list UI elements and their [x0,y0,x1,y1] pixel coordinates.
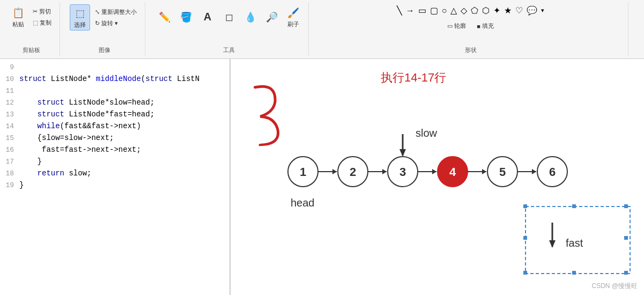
outline-button[interactable]: ▭ 轮廓 [445,21,469,31]
shape-star5[interactable]: ★ [503,4,513,17]
svg-rect-33 [572,271,576,275]
shape-line[interactable]: ╲ [396,4,403,17]
line-num-13: 13 [0,110,19,119]
shapes-row: ╲ → ▭ ▢ ○ △ ◇ ⬠ ⬡ ✦ ★ ♡ 💬 ▾ [396,4,546,17]
fill2-icon: ■ [477,23,480,30]
clipboard-label: 剪贴板 [23,46,40,54]
copy-label: 复制 [40,19,51,27]
svg-marker-24 [399,149,406,157]
copy-icon: ⬚ [33,19,38,26]
clipboard-row: 📋 粘贴 ✂ 剪切 ⬚ 复制 [9,4,54,30]
shape-pentagon[interactable]: ⬠ [470,4,479,17]
line-num-10: 10 [0,75,19,83]
svg-rect-28 [523,204,527,208]
svg-marker-12 [432,169,436,174]
code-line-19: 19 } [0,179,230,191]
svg-rect-30 [523,271,527,275]
main-area: 9 10 struct ListNode* middleNode(struct … [0,59,644,295]
outline-label: 轮廓 [454,22,466,30]
code-line-16: 16 fast=fast->next->next; [0,144,230,156]
rotate-button[interactable]: ↻ 旋转 ▾ [92,18,139,28]
brush-icon: 🖌️ [286,5,301,20]
image-row: ⬚ 选择 ⤡ 重新调整大小 ↻ 旋转 ▾ [70,4,139,31]
outline-icon: ▭ [447,23,453,30]
code-line-12: 12 struct ListNode*slow=head; [0,97,230,108]
shape-arrow[interactable]: → [405,5,416,17]
shapes-label: 形状 [465,46,477,54]
line-content-15: {slow=slow->next; [19,134,230,142]
select-label: 选择 [74,21,86,29]
fill-icon: 🪣 [179,10,194,25]
image-label: 图像 [99,46,110,54]
resize-label: 重新调整大小 [101,8,137,16]
svg-marker-4 [332,169,337,174]
fill-button[interactable]: 🪣 [176,9,196,26]
code-panel: 9 10 struct ListNode* middleNode(struct … [0,59,231,295]
shapes-more[interactable]: ▾ [540,6,545,15]
line-content-18: return slow; [19,169,230,178]
tools-row1: ✏️ 🪣 A ◻ 💧 🔎 🖌️ 刷子 [155,4,303,30]
line-content-19: } [19,181,230,189]
magnify-button[interactable]: 🔎 [262,9,282,26]
select-icon: ⬚ [72,6,87,21]
text-icon: A [200,10,215,25]
line-content-13: struct ListNode*fast=head; [19,110,230,119]
clipboard-group: 📋 粘贴 ✂ 剪切 ⬚ 复制 剪贴板 [3,2,60,56]
shape-heart[interactable]: ♡ [514,4,524,17]
extra-group: 细 [633,2,641,56]
pencil-icon: ✏️ [157,10,172,25]
eyedropper-button[interactable]: 💧 [241,9,260,26]
svg-rect-31 [624,271,628,275]
shape-ellipse[interactable]: ○ [441,5,448,17]
paste-button[interactable]: 📋 粘贴 [9,4,28,30]
draw-panel: 执行14-17行 1 2 3 4 [231,59,644,295]
line-num-12: 12 [0,99,19,107]
toolbar: 📋 粘贴 ✂ 剪切 ⬚ 复制 剪贴板 ⬚ 选择 [0,0,644,59]
shape-callout[interactable]: 💬 [525,4,538,17]
code-line-17: 17 } [0,156,230,167]
svg-text:4: 4 [449,165,456,179]
code-line-14: 14 while(fast&&fast->next) [0,120,230,132]
shape-star4[interactable]: ✦ [492,4,501,17]
code-line-18: 18 return slow; [0,167,230,179]
cut-label: 剪切 [39,8,51,16]
svg-text:2: 2 [350,165,356,179]
line-num-19: 19 [0,181,19,189]
svg-marker-20 [532,169,536,174]
resize-button[interactable]: ⤡ 重新调整大小 [92,7,139,17]
select-button[interactable]: ⬚ 选择 [70,4,90,31]
fill2-label: 填充 [482,22,494,30]
svg-marker-16 [482,169,486,174]
shape-diamond[interactable]: ◇ [460,4,468,17]
text-button[interactable]: A [198,9,217,26]
eyedropper-icon: 💧 [243,10,258,25]
brush-button[interactable]: 🖌️ 刷子 [284,4,303,30]
svg-text:5: 5 [499,165,506,179]
shape-hexagon[interactable]: ⬡ [481,4,491,17]
svg-rect-34 [523,236,527,240]
cut-button[interactable]: ✂ 剪切 [30,6,54,17]
svg-text:slow: slow [416,127,438,139]
cut-icon: ✂ [33,8,38,15]
svg-text:head: head [291,197,315,209]
line-num-18: 18 [0,169,19,178]
shape-rect[interactable]: ▭ [417,4,427,17]
shape-triangle[interactable]: △ [449,4,458,17]
line-content-16: fast=fast->next->next; [19,145,230,154]
pencil-button[interactable]: ✏️ [155,9,174,26]
line-num-16: 16 [0,146,19,154]
watermark-text: CSDN @慢慢旺 [591,282,638,291]
tools-group: ✏️ 🪣 A ◻ 💧 🔎 🖌️ 刷子 工具 [150,2,309,56]
eraser-icon: ◻ [221,10,236,25]
resize-icon: ⤡ [95,9,100,16]
fill2-button[interactable]: ■ 填充 [474,21,497,31]
svg-text:6: 6 [549,165,556,179]
eraser-button[interactable]: ◻ [219,9,239,26]
svg-text:1: 1 [300,165,306,179]
line-content-14: while(fast&&fast->next) [19,122,230,130]
copy-button[interactable]: ⬚ 复制 [30,18,54,28]
svg-marker-37 [549,240,556,248]
shape-rounded-rect[interactable]: ▢ [429,4,439,17]
svg-rect-29 [624,204,628,208]
svg-rect-35 [624,236,628,240]
